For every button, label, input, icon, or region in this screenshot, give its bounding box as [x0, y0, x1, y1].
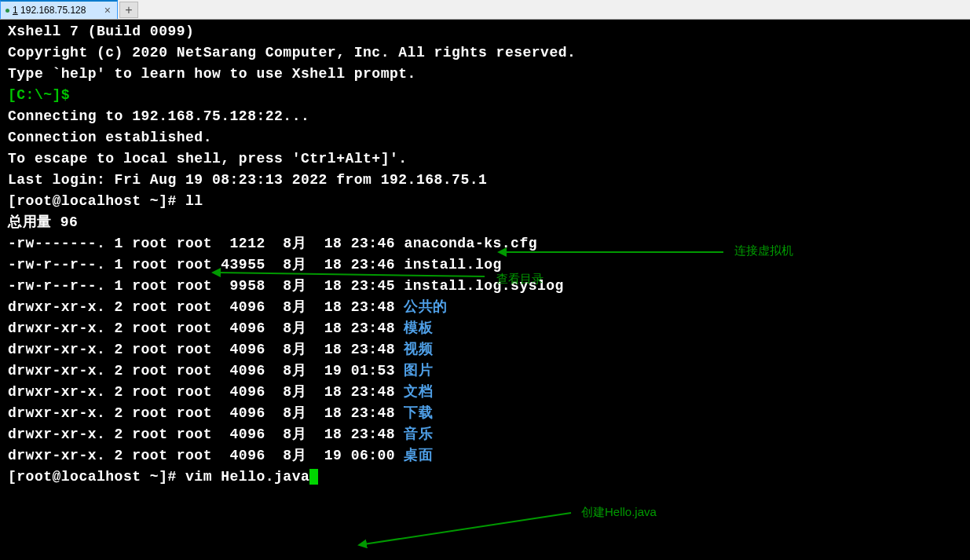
- dir-name: 文档: [404, 384, 433, 400]
- add-tab-button[interactable]: +: [119, 2, 138, 18]
- dir-name: 模板: [404, 320, 433, 336]
- tab-title: 1 192.168.75.128: [13, 5, 86, 16]
- file-row: drwxr-xr-x. 2 root root 4096 8月 18 23:48…: [8, 297, 962, 318]
- cursor-icon: [309, 469, 318, 485]
- term-line: Xshell 7 (Build 0099): [8, 21, 962, 42]
- term-prompt-line: [root@localhost ~]# vim Hello.java: [8, 467, 962, 488]
- xshell-window: 1 192.168.75.128 × + Xshell 7 (Build 009…: [0, 0, 970, 560]
- dir-name: 图片: [404, 363, 433, 379]
- file-row: drwxr-xr-x. 2 root root 4096 8月 18 23:48…: [8, 382, 962, 403]
- term-line: Type `help' to learn how to use Xshell p…: [8, 64, 962, 85]
- term-line: 总用量 96: [8, 212, 962, 233]
- term-line: Connection established.: [8, 127, 962, 148]
- term-line: Connecting to 192.168.75.128:22...: [8, 106, 962, 127]
- file-row: drwxr-xr-x. 2 root root 4096 8月 18 23:48…: [8, 424, 962, 445]
- file-row: drwxr-xr-x. 2 root root 4096 8月 18 23:48…: [8, 339, 962, 361]
- file-name: install.log.syslog: [404, 278, 563, 294]
- file-row: drwxr-xr-x. 2 root root 4096 8月 19 06:00…: [8, 445, 962, 467]
- session-tab[interactable]: 1 192.168.75.128 ×: [0, 0, 118, 19]
- term-line: Copyright (c) 2020 NetSarang Computer, I…: [8, 42, 962, 64]
- term-prompt-line: [C:\~]$: [8, 85, 962, 106]
- dir-name: 音乐: [404, 426, 433, 442]
- close-tab-icon[interactable]: ×: [104, 4, 111, 16]
- term-line: To escape to local shell, press 'Ctrl+Al…: [8, 148, 962, 170]
- connection-status-icon: [5, 9, 9, 13]
- terminal-area[interactable]: Xshell 7 (Build 0099)Copyright (c) 2020 …: [0, 20, 970, 560]
- dir-name: 公共的: [404, 299, 448, 315]
- file-row: -rw-r--r--. 1 root root 9958 8月 18 23:45…: [8, 276, 962, 297]
- dir-name: 下载: [404, 405, 433, 421]
- file-row: -rw-r--r--. 1 root root 43955 8月 18 23:4…: [8, 254, 962, 276]
- dir-name: 桌面: [404, 448, 433, 463]
- file-row: drwxr-xr-x. 2 root root 4096 8月 18 23:48…: [8, 318, 962, 339]
- file-row: -rw-------. 1 root root 1212 8月 18 23:46…: [8, 233, 962, 254]
- file-name: install.log: [404, 257, 501, 273]
- term-line: Last login: Fri Aug 19 08:23:13 2022 fro…: [8, 170, 962, 191]
- file-row: drwxr-xr-x. 2 root root 4096 8月 18 23:48…: [8, 403, 962, 424]
- file-row: drwxr-xr-x. 2 root root 4096 8月 19 01:53…: [8, 361, 962, 382]
- prompt-prefix: [C:\~]$: [8, 87, 70, 103]
- dir-name: 视频: [404, 342, 433, 357]
- tab-bar: 1 192.168.75.128 × +: [0, 0, 970, 20]
- term-prompt-line: [root@localhost ~]# ll: [8, 191, 962, 212]
- file-name: anaconda-ks.cfg: [404, 236, 537, 251]
